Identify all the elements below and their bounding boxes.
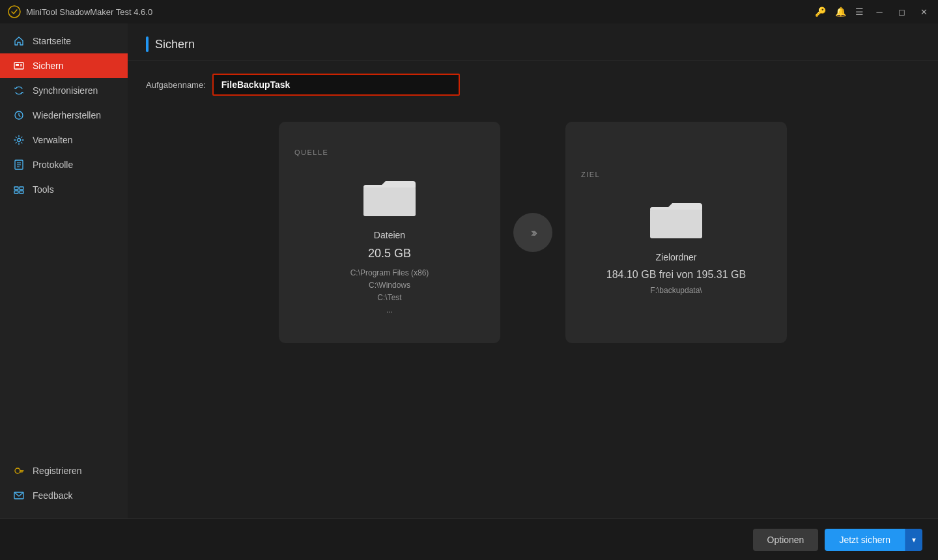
- page-title: Sichern: [155, 38, 195, 51]
- source-path-3: C:\Test: [377, 293, 401, 302]
- target-card-inner: ZIEL Zielordner 184.10 GB frei von 195.3…: [581, 171, 771, 295]
- home-icon: [13, 35, 25, 47]
- task-name-label: Aufgabenname:: [146, 80, 206, 90]
- sidebar-label-sichern: Sichern: [33, 61, 63, 71]
- backup-button-group: Jetzt sichern ▾: [825, 529, 922, 551]
- source-folder-icon: [363, 176, 416, 221]
- svg-rect-21: [363, 188, 416, 216]
- target-free-space: 184.10 GB frei von 195.31 GB: [606, 269, 746, 281]
- bell-titlebar-icon[interactable]: 🔔: [835, 7, 846, 17]
- svg-point-6: [18, 139, 21, 142]
- sidebar-label-wiederherstellen: Wiederherstellen: [33, 110, 101, 120]
- title-bar: MiniTool ShadowMaker Test 4.6.0 🔑 🔔 ☰ ─ …: [0, 0, 938, 23]
- bottom-bar: Optionen Jetzt sichern ▾: [0, 518, 938, 560]
- svg-rect-12: [20, 187, 23, 189]
- source-section-label: QUELLE: [294, 148, 328, 156]
- sidebar-item-tools[interactable]: Tools: [0, 177, 128, 202]
- close-button[interactable]: ✕: [917, 5, 930, 18]
- source-path-more: ...: [386, 305, 393, 315]
- sidebar-label-synchronisieren: Synchronisieren: [33, 85, 98, 96]
- page-title-row: Sichern: [146, 36, 920, 52]
- svg-rect-11: [14, 187, 18, 189]
- tools-icon: [13, 184, 25, 195]
- sidebar-label-feedback: Feedback: [33, 490, 72, 501]
- mail-icon: [13, 490, 25, 501]
- page-header: Sichern: [128, 23, 938, 61]
- task-name-input[interactable]: [221, 79, 451, 90]
- content-area: Sichern Aufgabenname: QUELLE: [128, 23, 938, 518]
- target-card[interactable]: ZIEL Zielordner 184.10 GB frei von 195.3…: [565, 122, 787, 343]
- sidebar-item-wiederherstellen[interactable]: Wiederherstellen: [0, 103, 128, 128]
- sidebar-item-feedback[interactable]: Feedback: [0, 483, 128, 508]
- sync-icon: [13, 85, 25, 96]
- sidebar: Startseite Sichern: [0, 23, 128, 518]
- sidebar-item-verwalten[interactable]: Verwalten: [0, 128, 128, 152]
- restore-icon: [13, 109, 25, 121]
- sidebar-item-protokolle[interactable]: Protokolle: [0, 152, 128, 177]
- task-name-input-wrap[interactable]: [212, 74, 460, 96]
- source-path-1: C:\Program Files (x86): [350, 268, 429, 277]
- source-card-size: 20.5 GB: [368, 247, 411, 260]
- sidebar-item-startseite[interactable]: Startseite: [0, 29, 128, 53]
- source-card-title: Dateien: [374, 230, 405, 240]
- backup-now-button[interactable]: Jetzt sichern: [825, 529, 905, 551]
- sidebar-label-registrieren: Registrieren: [33, 466, 81, 476]
- target-folder-icon: [650, 198, 702, 243]
- task-name-row: Aufgabenname:: [146, 74, 920, 96]
- app-body: Startseite Sichern: [0, 23, 938, 518]
- title-bar-left: MiniTool ShadowMaker Test 4.6.0: [8, 5, 152, 18]
- sidebar-item-synchronisieren[interactable]: Synchronisieren: [0, 78, 128, 103]
- options-button[interactable]: Optionen: [753, 529, 819, 551]
- cards-area: QUELLE Dateien 20.5 GB C:\Program Files …: [146, 115, 920, 350]
- menu-titlebar-icon[interactable]: ☰: [855, 7, 864, 17]
- sidebar-label-verwalten: Verwalten: [33, 135, 72, 145]
- sidebar-label-startseite: Startseite: [33, 36, 71, 46]
- svg-rect-23: [650, 210, 702, 238]
- sidebar-item-sichern[interactable]: Sichern: [0, 53, 128, 78]
- svg-point-15: [15, 468, 20, 473]
- svg-rect-13: [14, 191, 18, 193]
- target-path: F:\backupdata\: [650, 286, 702, 295]
- svg-rect-14: [20, 191, 23, 193]
- svg-rect-2: [16, 64, 19, 66]
- target-section-label: ZIEL: [581, 171, 600, 178]
- sidebar-label-protokolle: Protokolle: [33, 160, 73, 170]
- title-bar-controls: 🔑 🔔 ☰ ─ ◻ ✕: [815, 5, 930, 18]
- minimize-button[interactable]: ─: [873, 5, 886, 18]
- sidebar-item-registrieren[interactable]: Registrieren: [0, 458, 128, 483]
- backup-icon: [13, 60, 25, 72]
- app-logo: [8, 5, 21, 18]
- key-icon: [13, 465, 25, 477]
- source-path-2: C:\Windows: [369, 281, 410, 290]
- maximize-button[interactable]: ◻: [895, 5, 908, 18]
- svg-point-0: [8, 6, 20, 18]
- sidebar-bottom: Registrieren Feedback: [0, 458, 128, 518]
- source-card[interactable]: QUELLE Dateien 20.5 GB C:\Program Files …: [279, 122, 500, 343]
- log-icon: [13, 159, 25, 171]
- app-title: MiniTool ShadowMaker Test 4.6.0: [26, 7, 152, 17]
- source-card-inner: QUELLE Dateien 20.5 GB C:\Program Files …: [294, 148, 485, 317]
- page-title-accent-bar: [146, 36, 149, 52]
- source-card-paths: C:\Program Files (x86) C:\Windows C:\Tes…: [350, 267, 429, 317]
- backup-dropdown-button[interactable]: ▾: [905, 529, 922, 551]
- key-titlebar-icon[interactable]: 🔑: [815, 7, 826, 17]
- backup-arrow-button[interactable]: ›››: [513, 213, 552, 252]
- target-card-title: Zielordner: [655, 252, 696, 262]
- sidebar-label-tools: Tools: [33, 184, 54, 195]
- arrow-chevrons: ›››: [531, 226, 535, 240]
- manage-icon: [13, 134, 25, 146]
